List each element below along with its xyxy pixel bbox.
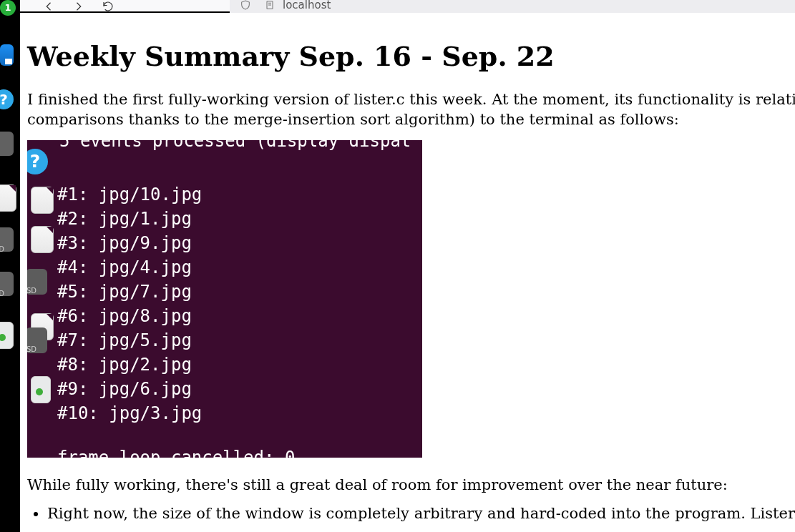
bullet-list: Right now, the size of the window is com…: [47, 505, 795, 522]
shield-icon: [237, 0, 254, 11]
file-icon: [31, 226, 54, 253]
notification-badge[interactable]: 1: [0, 0, 16, 16]
document-icon[interactable]: [0, 44, 14, 66]
trash-icon[interactable]: [0, 322, 14, 349]
taskbar-item[interactable]: [0, 132, 14, 156]
help-icon[interactable]: ?: [0, 89, 14, 109]
sd-card-icon[interactable]: SD: [0, 272, 14, 296]
sd-card-icon: SD: [27, 269, 47, 295]
page-viewport: Weekly Summary Sep. 16 - Sep. 22 I finis…: [20, 13, 795, 532]
paragraph: I finished the first fully-working versi…: [27, 89, 795, 130]
terminal-output: #1: jpg/10.jpg #2: jpg/1.jpg #3: jpg/9.j…: [57, 182, 202, 426]
paragraph: While fully working, there's still a gre…: [27, 475, 795, 495]
launcher-strip: 1 ? SD SD: [0, 0, 20, 532]
file-icon: [31, 313, 54, 340]
page-content: Weekly Summary Sep. 16 - Sep. 22 I finis…: [20, 13, 795, 522]
browser-toolbar: localhost: [20, 0, 795, 11]
sd-card-icon: SD: [27, 327, 47, 353]
terminal-line: 5 events processed (display dispat: [59, 140, 411, 153]
terminal-screenshot: 5 events processed (display dispat #1: j…: [27, 140, 422, 458]
file-icon: [31, 187, 54, 214]
site-info-icon: [261, 0, 278, 11]
sd-card-icon[interactable]: SD: [0, 227, 14, 252]
trash-icon: [31, 376, 51, 403]
url-text: localhost: [283, 0, 331, 11]
page-title: Weekly Summary Sep. 16 - Sep. 22: [27, 40, 795, 72]
list-item: Right now, the size of the window is com…: [47, 505, 795, 522]
file-icon[interactable]: [0, 184, 16, 212]
help-icon: ?: [27, 149, 48, 174]
terminal-line: frame loop cancelled: 0: [57, 445, 295, 458]
